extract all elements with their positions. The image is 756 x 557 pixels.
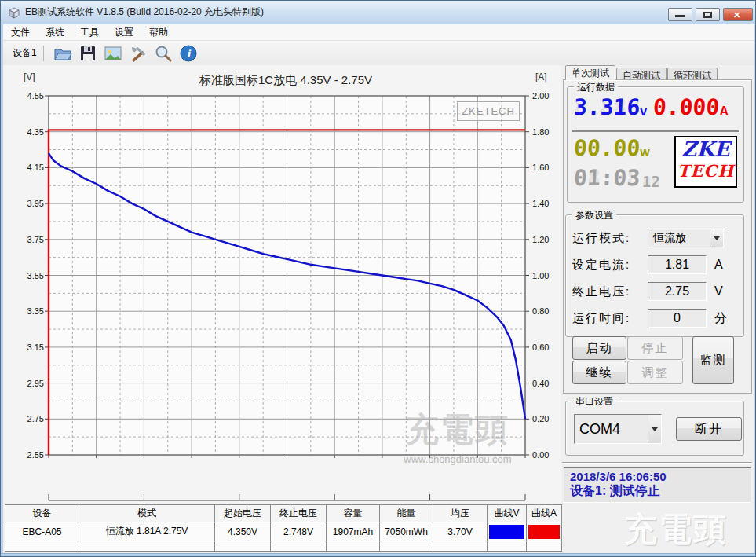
power-unit: w bbox=[640, 145, 649, 159]
zketech-watermark: ZKETECH bbox=[457, 101, 520, 121]
toolbar: 设备1 i bbox=[3, 41, 754, 65]
table-cell-5: 7050mWh bbox=[380, 522, 433, 541]
run-time-unit: 分 bbox=[714, 310, 727, 327]
right-axis-tick-9: 0.20 bbox=[532, 414, 561, 423]
table-header-8: 曲线A bbox=[527, 505, 562, 522]
com-port-select[interactable]: COM4 bbox=[574, 414, 662, 444]
menu-bar: 文件系统工具设置帮助 bbox=[3, 24, 754, 41]
tab-2[interactable]: 循环测试 bbox=[667, 68, 718, 80]
cutoff-voltage-input[interactable]: 2.75 bbox=[648, 282, 707, 301]
discharge-plot bbox=[3, 65, 561, 504]
adjust-button[interactable]: 调整 bbox=[627, 361, 683, 384]
left-axis-tick-2: 4.15 bbox=[16, 163, 44, 172]
right-axis-tick-1: 1.80 bbox=[532, 127, 561, 137]
status-box: 2018/3/6 16:06:50 设备1: 测试停止 bbox=[564, 467, 751, 503]
run-mode-select[interactable]: 恒流放 bbox=[648, 229, 724, 247]
left-axis-tick-1: 4.35 bbox=[16, 127, 44, 137]
table-header-0: 设备 bbox=[5, 505, 79, 522]
left-axis-tick-7: 3.15 bbox=[16, 343, 44, 352]
current-unit: A bbox=[720, 104, 729, 119]
right-axis-tick-7: 0.60 bbox=[532, 343, 561, 352]
minimize-button[interactable] bbox=[668, 8, 692, 21]
maximize-button[interactable] bbox=[696, 8, 720, 21]
table-header-1: 模式 bbox=[79, 505, 215, 522]
app-window: EB测试系统软件 V1.8.5 (Build 2016-02-20 充电头特别版… bbox=[0, 0, 756, 557]
table-cell-2: 4.350V bbox=[215, 522, 271, 541]
empty-cell bbox=[327, 541, 380, 552]
start-button[interactable]: 启动 bbox=[572, 336, 626, 360]
run-data-group-label: 运行数据 bbox=[574, 81, 618, 94]
run-mode-dropdown-button[interactable] bbox=[710, 229, 723, 247]
tab-0[interactable]: 单次测试 bbox=[565, 65, 615, 80]
power-value: 00.00 bbox=[573, 135, 641, 161]
run-time-label: 运行时间: bbox=[572, 311, 648, 326]
zoom-icon[interactable] bbox=[153, 43, 173, 64]
empty-cell bbox=[5, 541, 79, 552]
chart-region: 标准版国标1C放电 4.35V - 2.75V [V] [A] ZKETECH … bbox=[3, 65, 561, 504]
cutoff-voltage-unit: V bbox=[714, 284, 723, 299]
left-axis-tick-3: 3.95 bbox=[16, 199, 44, 208]
table-header-3: 终止电压 bbox=[271, 505, 327, 522]
right-axis-tick-4: 1.20 bbox=[532, 235, 561, 244]
left-axis-tick-5: 3.55 bbox=[16, 271, 44, 280]
app-icon bbox=[8, 6, 20, 19]
chevron-down-icon bbox=[714, 236, 720, 240]
minimize-icon bbox=[675, 15, 685, 17]
menu-item-1[interactable]: 系统 bbox=[38, 24, 72, 41]
open-folder-icon[interactable] bbox=[53, 43, 73, 64]
run-time-input[interactable]: 0 bbox=[648, 309, 707, 328]
params-group-label: 参数设置 bbox=[572, 209, 616, 222]
serial-group-label: 串口设置 bbox=[572, 395, 616, 409]
corner-watermark: 充電頭 www.chongdiantou.com bbox=[597, 508, 754, 557]
empty-cell bbox=[488, 541, 527, 552]
table-cell-0: EBC-A05 bbox=[5, 522, 79, 541]
empty-cell bbox=[433, 541, 488, 552]
menu-item-0[interactable]: 文件 bbox=[3, 24, 38, 41]
tools-icon[interactable] bbox=[128, 43, 148, 64]
left-axis-tick-4: 3.75 bbox=[16, 235, 44, 244]
workspace: 标准版国标1C放电 4.35V - 2.75V [V] [A] ZKETECH … bbox=[3, 65, 754, 553]
test-mode-tabs: 单次测试自动测试循环测试 bbox=[565, 65, 718, 80]
stop-button[interactable]: 停止 bbox=[627, 336, 683, 360]
empty-cell bbox=[271, 541, 327, 552]
voltage-unit: v bbox=[640, 104, 647, 119]
disconnect-button[interactable]: 断开 bbox=[676, 417, 742, 441]
monitor-button[interactable]: 监测 bbox=[692, 336, 734, 384]
info-icon[interactable]: i bbox=[178, 43, 199, 64]
zke-tech-logo: ZKE TECH bbox=[674, 136, 737, 188]
run-data-group: 运行数据 8.8883.316 v 8.8880.000 A 88.8800.0… bbox=[567, 86, 744, 203]
panel-divider bbox=[562, 462, 752, 464]
display-divider bbox=[572, 130, 739, 132]
image-export-icon[interactable] bbox=[103, 43, 123, 64]
left-axis-tick-10: 2.55 bbox=[16, 450, 44, 460]
table-row[interactable]: EBC-A05恒流放 1.81A 2.75V4.350V2.748V1907mA… bbox=[5, 522, 562, 541]
left-axis-tick-9: 2.75 bbox=[16, 414, 44, 423]
menu-item-4[interactable]: 帮助 bbox=[141, 24, 176, 41]
time-value: 01:03 bbox=[573, 165, 641, 191]
right-axis-tick-2: 1.60 bbox=[532, 163, 561, 172]
menu-item-3[interactable]: 设置 bbox=[107, 24, 141, 41]
power-display: 88.8800.00 w bbox=[574, 137, 650, 159]
curve-a-swatch bbox=[527, 522, 562, 541]
window-title: EB测试系统软件 V1.8.5 (Build 2016-02-20 充电头特别版… bbox=[25, 5, 264, 19]
table-header-2: 起始电压 bbox=[215, 505, 271, 522]
set-current-input[interactable]: 1.81 bbox=[648, 255, 707, 274]
resume-button[interactable]: 继续 bbox=[572, 361, 626, 384]
left-axis-tick-8: 2.95 bbox=[16, 379, 44, 388]
table-header-7: 曲线V bbox=[488, 505, 527, 522]
table-cell-6: 3.70V bbox=[433, 522, 488, 541]
left-axis-tick-6: 3.35 bbox=[16, 306, 44, 316]
menu-item-2[interactable]: 工具 bbox=[72, 24, 107, 41]
device-tab-label[interactable]: 设备1 bbox=[3, 46, 43, 60]
com-port-dropdown-button[interactable] bbox=[648, 415, 661, 443]
toolbar-separator bbox=[43, 46, 44, 61]
right-axis-tick-6: 0.80 bbox=[532, 306, 561, 316]
save-icon[interactable] bbox=[78, 43, 98, 64]
maximize-icon bbox=[703, 12, 712, 18]
curve-v-swatch bbox=[488, 522, 527, 541]
empty-cell bbox=[380, 541, 433, 552]
empty-cell bbox=[215, 541, 271, 552]
close-button[interactable]: ✕ bbox=[723, 8, 753, 21]
cutoff-voltage-label: 终止电压: bbox=[572, 284, 648, 299]
tab-1[interactable]: 自动测试 bbox=[616, 68, 667, 80]
